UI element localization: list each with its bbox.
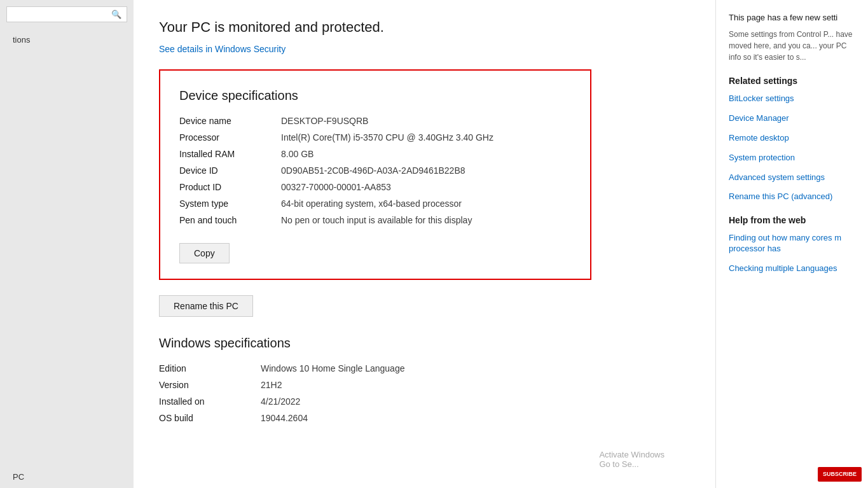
activate-watermark: Activate Windows Go to Se...	[599, 450, 665, 469]
related-link-device-manager[interactable]: Device Manager	[729, 113, 855, 124]
sidebar-item-tions[interactable]: tions	[0, 29, 134, 51]
win-spec-label-edition: Edition	[159, 363, 261, 373]
spec-row-pen-touch: Pen and touch No pen or touch input is a…	[179, 215, 571, 225]
spec-value-device-id: 0D90AB51-2C0B-496D-A03A-2AD9461B22B8	[281, 165, 465, 176]
related-link-remote-desktop[interactable]: Remote desktop	[729, 133, 855, 144]
help-from-web-title: Help from the web	[729, 215, 855, 225]
spec-label-system-type: System type	[179, 199, 281, 209]
related-link-rename-pc-advanced[interactable]: Rename this PC (advanced)	[729, 192, 855, 202]
search-input[interactable]	[12, 10, 111, 19]
win-spec-label-version: Version	[159, 380, 261, 390]
copy-button[interactable]: Copy	[179, 243, 230, 263]
sidebar-nav: tions	[0, 29, 134, 466]
win-spec-row-os-build: OS build 19044.2604	[159, 413, 690, 423]
related-link-system-protection[interactable]: System protection	[729, 153, 855, 164]
spec-row-device-name: Device name DESKTOP-F9USQRB	[179, 116, 571, 126]
spec-label-device-name: Device name	[179, 116, 281, 126]
spec-label-product-id: Product ID	[179, 182, 281, 192]
right-panel-intro: This page has a few new setti	[729, 13, 855, 22]
win-spec-value-installed-on: 4/21/2022	[261, 396, 300, 407]
subscribe-badge: SUBSCRIBE	[818, 467, 862, 482]
help-link-cores[interactable]: Finding out how many cores m processor h…	[729, 233, 855, 254]
spec-row-ram: Installed RAM 8.00 GB	[179, 149, 571, 159]
spec-value-processor: Intel(R) Core(TM) i5-3570 CPU @ 3.40GHz …	[281, 132, 493, 143]
spec-label-ram: Installed RAM	[179, 149, 281, 159]
win-spec-value-os-build: 19044.2604	[261, 413, 308, 423]
right-panel: This page has a few new setti Some setti…	[715, 0, 868, 488]
spec-row-product-id: Product ID 00327-70000-00001-AA853	[179, 182, 571, 192]
main-content: Your PC is monitored and protected. See …	[134, 0, 715, 488]
spec-value-ram: 8.00 GB	[281, 149, 313, 159]
sidebar: 🔍 tions PC	[0, 0, 134, 488]
security-link[interactable]: See details in Windows Security	[159, 44, 286, 54]
device-specs-box: Device specifications Device name DESKTO…	[159, 69, 591, 280]
windows-specs-title: Windows specifications	[159, 336, 690, 351]
win-spec-label-os-build: OS build	[159, 413, 261, 423]
spec-row-system-type: System type 64-bit operating system, x64…	[179, 199, 571, 209]
spec-value-system-type: 64-bit operating system, x64-based proce…	[281, 199, 462, 209]
win-spec-row-installed-on: Installed on 4/21/2022	[159, 396, 690, 407]
windows-specs-section: Windows specifications Edition Windows 1…	[159, 336, 690, 423]
win-spec-value-edition: Windows 10 Home Single Language	[261, 363, 404, 373]
spec-label-processor: Processor	[179, 132, 281, 143]
win-spec-row-version: Version 21H2	[159, 380, 690, 390]
rename-pc-button[interactable]: Rename this PC	[159, 295, 253, 317]
spec-row-device-id: Device ID 0D90AB51-2C0B-496D-A03A-2AD946…	[179, 165, 571, 176]
spec-value-product-id: 00327-70000-00001-AA853	[281, 182, 391, 192]
spec-row-processor: Processor Intel(R) Core(TM) i5-3570 CPU …	[179, 132, 571, 143]
win-spec-label-installed-on: Installed on	[159, 396, 261, 407]
protection-status: Your PC is monitored and protected.	[159, 19, 690, 36]
right-panel-desc: Some settings from Control P... have mov…	[729, 29, 855, 63]
spec-value-pen-touch: No pen or touch input is available for t…	[281, 215, 472, 225]
related-link-bitlocker[interactable]: BitLocker settings	[729, 94, 855, 104]
related-link-advanced-system[interactable]: Advanced system settings	[729, 172, 855, 183]
spec-label-pen-touch: Pen and touch	[179, 215, 281, 225]
search-icon: 🔍	[111, 10, 121, 19]
spec-label-device-id: Device ID	[179, 165, 281, 176]
related-settings-title: Related settings	[729, 76, 855, 86]
win-spec-value-version: 21H2	[261, 380, 282, 390]
search-bar[interactable]: 🔍	[6, 6, 127, 22]
win-spec-row-edition: Edition Windows 10 Home Single Language	[159, 363, 690, 373]
sidebar-pc-label: PC	[0, 466, 134, 488]
help-link-languages[interactable]: Checking multiple Languages	[729, 263, 855, 274]
spec-value-device-name: DESKTOP-F9USQRB	[281, 116, 368, 126]
device-specs-title: Device specifications	[179, 88, 571, 103]
